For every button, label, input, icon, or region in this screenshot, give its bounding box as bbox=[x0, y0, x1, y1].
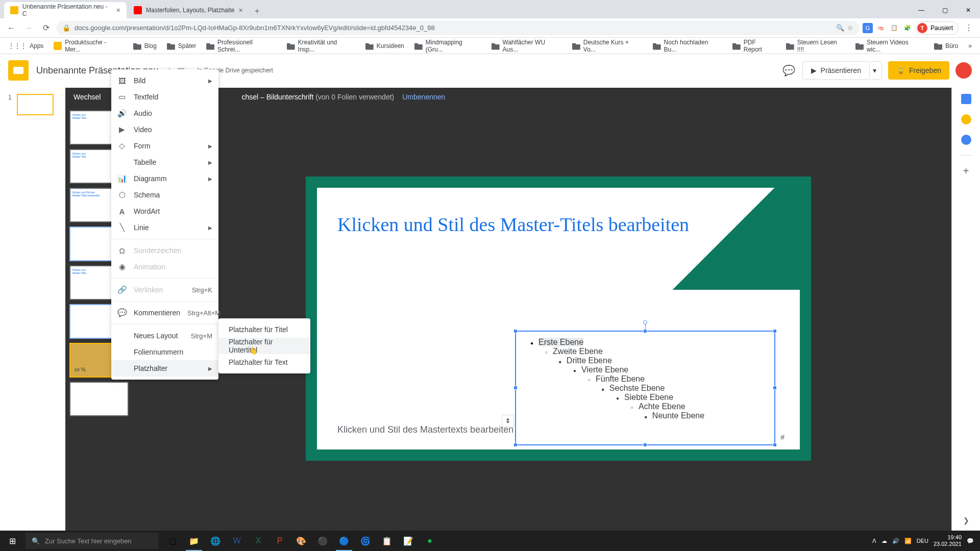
resize-handle[interactable] bbox=[513, 386, 518, 390]
taskbar-spotify[interactable]: ● bbox=[420, 531, 440, 551]
taskbar-obs[interactable]: ⚫ bbox=[312, 531, 333, 551]
extension-icon[interactable]: 📋 bbox=[889, 23, 899, 33]
menu-audio[interactable]: 🔊Audio bbox=[111, 105, 218, 121]
tray-notifications[interactable]: 💬 bbox=[967, 538, 974, 544]
menu-kommentieren[interactable]: 💬KommentierenStrg+Alt+M bbox=[111, 305, 218, 321]
bookmark-overflow[interactable]: » bbox=[964, 40, 976, 52]
browser-menu[interactable]: ⋮ bbox=[962, 21, 976, 35]
taskbar-edge[interactable]: 🌐 bbox=[205, 531, 226, 551]
tab-close-icon[interactable]: × bbox=[238, 6, 242, 14]
menu-foliennummern[interactable]: Foliennummern bbox=[111, 344, 218, 360]
nav-back[interactable]: ← bbox=[4, 21, 18, 35]
taskbar-edge2[interactable]: 🌀 bbox=[355, 531, 376, 551]
taskbar-explorer[interactable]: 📁 bbox=[184, 531, 204, 551]
rotation-handle[interactable] bbox=[643, 320, 647, 324]
tab-close-icon[interactable]: × bbox=[116, 6, 120, 14]
user-avatar[interactable] bbox=[955, 62, 972, 79]
extension-icon[interactable]: G bbox=[863, 23, 873, 33]
slide-canvas[interactable]: Klicken und Stil des Master-Titels bearb… bbox=[306, 177, 811, 461]
extension-icon[interactable]: 🧩 bbox=[902, 23, 913, 33]
resize-handle[interactable] bbox=[643, 443, 647, 447]
menu-schema[interactable]: ⬡Schema bbox=[111, 187, 218, 203]
menu-diagramm[interactable]: 📊Diagramm▶ bbox=[111, 170, 218, 187]
bookmark-item[interactable]: Professionell Schrei... bbox=[202, 37, 280, 55]
bookmark-item[interactable]: Steuern Videos wic... bbox=[851, 37, 928, 55]
collapse-panel-button[interactable]: ❯ bbox=[963, 516, 969, 524]
address-bar[interactable]: 🔒 docs.google.com/presentation/d/1o2Pm-L… bbox=[56, 21, 860, 35]
layout-thumb[interactable] bbox=[69, 382, 129, 416]
resize-handle[interactable] bbox=[773, 443, 777, 447]
submenu-text[interactable]: Platzhalter für Text bbox=[218, 354, 310, 370]
menu-platzhalter[interactable]: Platzhalter▶ bbox=[111, 360, 218, 377]
resize-handle[interactable] bbox=[513, 443, 518, 447]
calendar-icon[interactable] bbox=[961, 94, 971, 104]
new-tab-button[interactable]: + bbox=[250, 4, 264, 18]
keep-icon[interactable] bbox=[961, 114, 971, 124]
browser-tab-active[interactable]: Unbenannte Präsentation neu - C × bbox=[4, 2, 127, 18]
page-number-placeholder[interactable]: # bbox=[780, 433, 785, 441]
bookmark-item[interactable]: PDF Report bbox=[728, 37, 780, 55]
menu-textfeld[interactable]: ▭Textfeld bbox=[111, 89, 218, 105]
zoom-icon[interactable]: 🔍 bbox=[836, 24, 844, 32]
present-button[interactable]: ▶ Präsentieren bbox=[802, 61, 870, 80]
tray-clock[interactable]: 19:40 23.02.2021 bbox=[934, 534, 962, 547]
tray-cloud-icon[interactable]: ☁ bbox=[881, 538, 887, 544]
taskbar-word[interactable]: W bbox=[227, 531, 247, 551]
tray-expand[interactable]: ᐱ bbox=[872, 538, 876, 544]
menu-video[interactable]: ▶Video bbox=[111, 121, 218, 138]
window-minimize[interactable]: — bbox=[910, 2, 933, 18]
taskbar-app[interactable]: 🎨 bbox=[291, 531, 311, 551]
bookmark-item[interactable]: Später bbox=[163, 40, 200, 52]
slides-logo[interactable] bbox=[8, 60, 29, 81]
bookmark-item[interactable]: Kreativität und Insp... bbox=[283, 37, 359, 55]
nav-forward[interactable]: → bbox=[21, 21, 36, 35]
star-icon[interactable]: ☆ bbox=[847, 24, 853, 32]
tray-volume-icon[interactable]: 🔊 bbox=[892, 538, 899, 544]
taskbar-app2[interactable]: 📋 bbox=[377, 531, 397, 551]
extension-icon[interactable]: 🛍 bbox=[876, 23, 886, 33]
taskbar-notepad[interactable]: 📝 bbox=[398, 531, 419, 551]
bookmark-item[interactable]: Mindmapping (Gru... bbox=[410, 37, 485, 55]
menu-neues-layout[interactable]: Neues LayoutStrg+M bbox=[111, 328, 218, 344]
tasks-icon[interactable] bbox=[961, 135, 971, 145]
comments-button[interactable]: 💬 bbox=[782, 63, 796, 78]
slide-thumbnail[interactable] bbox=[17, 94, 54, 115]
resize-handle[interactable] bbox=[513, 329, 518, 333]
resize-handle[interactable] bbox=[643, 329, 647, 333]
menu-form[interactable]: ◇Form▶ bbox=[111, 138, 218, 154]
submenu-untertitel[interactable]: Platzhalter für Untertitel bbox=[218, 338, 310, 354]
taskbar-chrome[interactable]: 🔵 bbox=[334, 531, 354, 551]
share-button[interactable]: 🔒 Freigeben bbox=[888, 61, 949, 80]
taskbar-search[interactable]: 🔍 Zur Suche Text hier eingeben bbox=[26, 533, 158, 549]
submenu-titel[interactable]: Platzhalter für Titel bbox=[218, 321, 310, 338]
profile-chip[interactable]: T Pausiert bbox=[916, 21, 959, 35]
bookmark-item[interactable]: Steuern Lesen !!!! bbox=[782, 37, 849, 55]
bookmark-item[interactable]: Wahlfächer WU Aus... bbox=[487, 37, 566, 55]
menu-tabelle[interactable]: Tabelle▶ bbox=[111, 154, 218, 170]
menu-linie[interactable]: ╲Linie▶ bbox=[111, 219, 218, 236]
window-maximize[interactable]: ▢ bbox=[933, 2, 957, 18]
start-button[interactable]: ⊞ bbox=[0, 531, 24, 551]
master-title-placeholder[interactable]: Klicken und Stil des Master-Titels bearb… bbox=[337, 213, 689, 236]
bookmark-item[interactable]: Noch hochladen Bu... bbox=[649, 37, 726, 55]
bookmark-apps[interactable]: ⋮⋮⋮Apps bbox=[4, 40, 47, 52]
resize-handle[interactable] bbox=[773, 329, 777, 333]
bookmark-item[interactable]: Büro bbox=[930, 40, 962, 52]
menu-bild[interactable]: 🖼Bild▶ bbox=[111, 72, 218, 89]
tray-language[interactable]: DEU bbox=[917, 538, 928, 544]
resize-handle[interactable] bbox=[773, 386, 777, 390]
add-icon[interactable]: + bbox=[961, 166, 971, 176]
text-placeholder-selected[interactable]: Erste Ebene Zweite Ebene Dritte Ebene Vi… bbox=[515, 331, 775, 445]
rename-link[interactable]: Umbenennen bbox=[402, 93, 445, 101]
task-view-button[interactable]: ▢ bbox=[162, 531, 183, 551]
tray-wifi-icon[interactable]: 📶 bbox=[904, 538, 912, 544]
taskbar-powerpoint[interactable]: P bbox=[270, 531, 290, 551]
bookmark-item[interactable]: Produktsuche - Mer... bbox=[50, 37, 127, 55]
browser-tab-inactive[interactable]: Masterfolien, Layouts, Platzhalte × bbox=[128, 2, 249, 18]
present-dropdown[interactable]: ▾ bbox=[870, 61, 882, 80]
bookmark-item[interactable]: Blog bbox=[129, 40, 161, 52]
bookmark-item[interactable]: Kursideen bbox=[361, 40, 408, 52]
window-close[interactable]: ✕ bbox=[957, 2, 980, 18]
caption-placeholder[interactable]: Klicken und Stil des Mastertexts bearbei… bbox=[337, 424, 513, 435]
nav-reload[interactable]: ⟳ bbox=[39, 21, 53, 35]
